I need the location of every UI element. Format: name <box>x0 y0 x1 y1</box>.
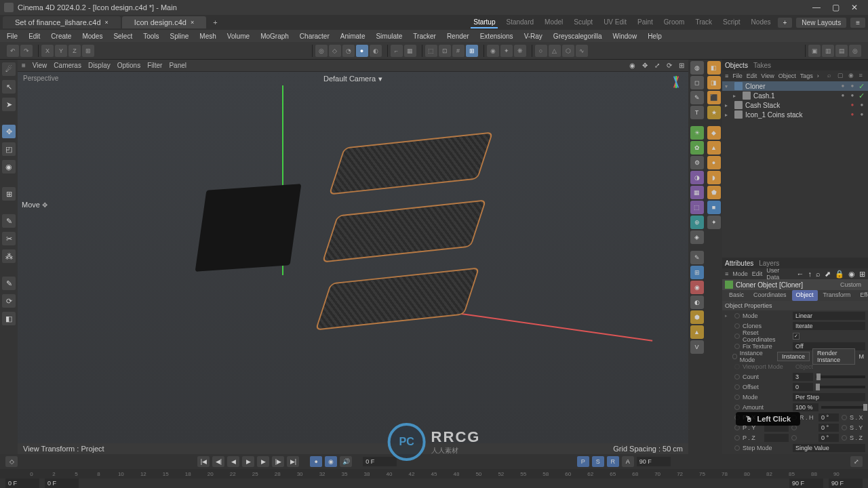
obj-menu-view[interactable]: View <box>761 73 774 79</box>
maximize-button[interactable]: ▢ <box>826 1 845 14</box>
menu-edit[interactable]: Edit <box>26 31 43 41</box>
toolbar-icon[interactable]: ❋ <box>514 45 526 57</box>
layout-mode-startup[interactable]: Startup <box>471 17 498 28</box>
gear-icon[interactable]: ≡ <box>859 72 865 80</box>
timeline-expand-icon[interactable]: ⤢ <box>850 456 863 467</box>
preview-end-field[interactable]: 90 F <box>789 479 823 488</box>
layout-menu-button[interactable]: ≡ <box>850 18 865 28</box>
toolbar-icon[interactable]: ○ <box>535 45 547 57</box>
attr-menu[interactable]: ≡ <box>725 270 728 277</box>
palette-icon[interactable]: T <box>690 106 704 119</box>
menu-select[interactable]: Select <box>111 31 135 41</box>
viewport-nav-icon[interactable]: ◉ <box>629 62 635 69</box>
palette-icon[interactable]: ◑ <box>690 171 704 184</box>
document-tab[interactable]: Icon design.c4d× <box>122 16 206 28</box>
arrow-tool[interactable]: ➤ <box>2 98 16 111</box>
menu-modes[interactable]: Modes <box>79 31 105 41</box>
menu-help[interactable]: Help <box>645 31 665 41</box>
next-frame-button[interactable]: ▶ <box>257 456 269 467</box>
object-tree[interactable]: ▾ Cloner ● ● ✓ ▸ Cash.1 ● ● ✓ ▸ Cash Sta… <box>722 81 868 258</box>
palette-icon[interactable]: ✎ <box>690 251 704 264</box>
subtab-effectors[interactable]: Effectors <box>856 290 868 301</box>
range-end-field[interactable]: 90 F <box>637 457 671 466</box>
visibility-dot[interactable]: ● <box>859 102 865 108</box>
record-button[interactable]: ● <box>310 456 322 467</box>
tool[interactable]: ⊞ <box>2 187 16 201</box>
palette-icon[interactable]: ✿ <box>690 141 704 155</box>
menu-animate[interactable]: Animate <box>338 31 368 41</box>
menu-extensions[interactable]: Extensions <box>477 31 516 41</box>
tool[interactable]: ✎ <box>2 214 16 228</box>
camera-dropdown-icon[interactable]: ▾ <box>378 75 382 83</box>
palette-icon[interactable]: ☀ <box>690 126 704 140</box>
palette-icon[interactable]: ✦ <box>707 216 721 229</box>
visibility-dot[interactable]: ● <box>849 92 856 99</box>
undo-button[interactable]: ↶ <box>7 45 19 57</box>
obj-menu[interactable]: ≡ <box>725 73 728 79</box>
palette-icon[interactable]: ● <box>707 156 721 169</box>
menu-character[interactable]: Character <box>297 31 332 41</box>
axis-z-button[interactable]: Z <box>68 45 81 57</box>
toolbar-icon[interactable]: ◇ <box>329 45 341 57</box>
palette-icon[interactable]: ⊞ <box>690 266 704 279</box>
count-slider[interactable] <box>816 375 865 378</box>
menu-tracker[interactable]: Tracker <box>410 31 439 41</box>
preview-start-field[interactable]: 0 F <box>45 479 79 488</box>
subtab-coordinates[interactable]: Coordinates <box>749 290 791 301</box>
lock-icon[interactable]: 🔒 <box>835 270 844 279</box>
palette-icon[interactable]: ✎ <box>690 91 704 104</box>
layout-mode-script[interactable]: Script <box>720 17 743 28</box>
visibility-dot[interactable]: ● <box>849 111 856 118</box>
palette-icon[interactable]: ◧ <box>707 61 721 75</box>
palette-icon[interactable]: ◗ <box>707 171 721 184</box>
render-region-button[interactable]: ▥ <box>822 45 834 57</box>
prev-key-button[interactable]: ◀| <box>212 456 224 467</box>
palette-icon[interactable]: ◉ <box>690 281 704 294</box>
menu-window[interactable]: Window <box>610 31 640 41</box>
add-layout-button[interactable]: + <box>778 18 793 28</box>
obj-menu-object[interactable]: Object <box>778 73 796 79</box>
render-view-button[interactable]: ▣ <box>808 45 821 57</box>
next-key-button[interactable]: |▶ <box>272 456 284 467</box>
layout-mode-paint[interactable]: Paint <box>635 17 656 28</box>
axis-x-button[interactable]: X <box>41 45 54 57</box>
coord-system-button[interactable]: ⊞ <box>82 45 94 57</box>
layers-tab[interactable]: Layers <box>759 260 779 267</box>
sound-button[interactable]: 🔊 <box>340 456 352 467</box>
palette-icon[interactable]: ▦ <box>690 186 704 199</box>
palette-icon[interactable]: ◐ <box>690 296 704 309</box>
menu-vray[interactable]: V-Ray <box>521 31 545 41</box>
nav-icon[interactable]: ◉ <box>848 270 855 279</box>
nav-up-icon[interactable]: ↑ <box>808 270 812 278</box>
palette-icon[interactable]: ◈ <box>690 230 704 244</box>
palette-icon[interactable]: ⚙ <box>690 156 704 169</box>
keyframe-diamond-icon[interactable]: ◇ <box>5 456 18 467</box>
tool[interactable]: ⟳ <box>2 294 16 308</box>
palette-icon[interactable]: ★ <box>707 106 721 119</box>
viewport-menu-display[interactable]: Display <box>88 62 111 69</box>
palette-icon[interactable]: ⬢ <box>690 310 704 324</box>
palette-icon[interactable]: ⬚ <box>690 201 704 214</box>
attr-menu-edit[interactable]: Edit <box>752 270 763 277</box>
enable-check[interactable]: ✓ <box>859 92 865 100</box>
rotate-tool[interactable]: ◉ <box>2 160 16 174</box>
viewport-menu-options[interactable]: Options <box>117 62 140 69</box>
expand-icon[interactable]: ▸ <box>733 93 740 99</box>
goto-end-button[interactable]: ▶| <box>287 456 299 467</box>
tool[interactable]: ⁂ <box>2 249 16 263</box>
viewport-menu-panel[interactable]: Panel <box>169 62 186 69</box>
toolbar-icon[interactable]: ⬡ <box>562 45 574 57</box>
tl-button[interactable]: P <box>577 456 589 467</box>
menu-file[interactable]: File <box>4 31 20 41</box>
axis-y-button[interactable]: Y <box>55 45 67 57</box>
menu-mesh[interactable]: Mesh <box>197 31 218 41</box>
layout-mode-standard[interactable]: Standard <box>503 17 536 28</box>
subtab-basic[interactable]: Basic <box>725 290 748 301</box>
viewport-nav-icon[interactable]: ⤢ <box>654 62 660 69</box>
checkbox[interactable]: ✓ <box>793 333 800 340</box>
visibility-dot[interactable]: ● <box>849 83 856 89</box>
subtab-transform[interactable]: Transform <box>819 290 855 301</box>
toolbar-icon[interactable]: ⊞ <box>466 45 478 57</box>
expand-icon[interactable]: ▸ <box>725 112 732 118</box>
nav-icon[interactable]: ⬈ <box>825 270 831 279</box>
